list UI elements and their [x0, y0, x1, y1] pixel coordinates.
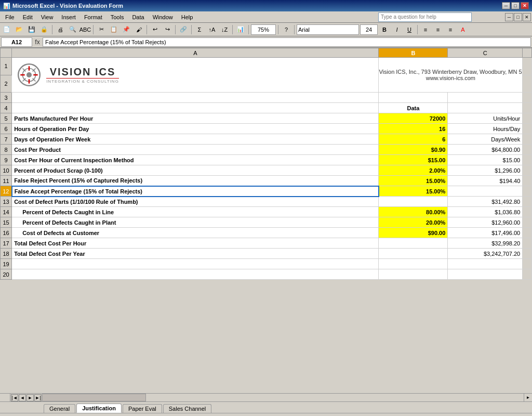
row-header-10[interactable]: 10 [1, 165, 12, 176]
hscroll-thumb[interactable] [42, 394, 146, 401]
copy-button[interactable]: 📋 [108, 24, 119, 35]
r3-b[interactable] [379, 93, 448, 103]
print-button[interactable]: 🖨 [55, 24, 66, 35]
r20-a[interactable] [12, 269, 379, 280]
col-header-a[interactable]: A [12, 48, 379, 58]
r20-c[interactable] [448, 269, 523, 280]
r4-b[interactable]: Data [379, 103, 448, 113]
open-button[interactable]: 📂 [14, 24, 25, 35]
menu-insert[interactable]: Insert [57, 13, 80, 21]
r6-b[interactable]: 16 [379, 124, 448, 134]
menu-window[interactable]: Window [149, 13, 177, 21]
r7-c[interactable]: Days/Week [448, 134, 523, 145]
italic-button[interactable]: I [391, 24, 403, 35]
row-header-12[interactable]: 12 [1, 186, 12, 197]
chart-button[interactable]: 📊 [235, 24, 246, 35]
r15-a[interactable]: Percent of Defects Caught in Plant [12, 217, 379, 228]
r14-b[interactable]: 80.00% [379, 207, 448, 217]
tab-prev-btn[interactable]: ◄ [19, 394, 26, 401]
sheet-tab-paper-eval[interactable]: Paper Eval [123, 404, 162, 413]
r8-a[interactable]: Cost Per Product [12, 145, 379, 155]
menu-data[interactable]: Data [128, 13, 148, 21]
r9-a[interactable]: Cost Per Hour of Current Inspection Meth… [12, 155, 379, 165]
r7-a[interactable]: Days of Operation Per Week [12, 134, 379, 145]
row-header-6[interactable]: 6 [1, 124, 12, 134]
font-color-button[interactable]: A [457, 24, 469, 35]
r13-b[interactable] [379, 197, 448, 207]
autosum-button[interactable]: Σ [194, 24, 205, 35]
hscroll-track[interactable] [42, 394, 524, 401]
r12-c[interactable] [448, 186, 523, 197]
r8-b[interactable]: $0.90 [379, 145, 448, 155]
r13-c[interactable]: $31,492.80 [448, 197, 523, 207]
bold-button[interactable]: B [379, 24, 390, 35]
preview-button[interactable]: 🔍 [67, 24, 78, 35]
formula-input[interactable] [43, 37, 531, 47]
row-header-4[interactable]: 4 [1, 103, 12, 113]
cut-button[interactable]: ✂ [96, 24, 107, 35]
r5-c[interactable]: Units/Hour [448, 113, 523, 124]
r19-c[interactable] [448, 259, 523, 269]
row-header-9[interactable]: 9 [1, 155, 12, 165]
r9-b[interactable]: $15.00 [379, 155, 448, 165]
restore-button[interactable]: □ [511, 2, 520, 9]
r18-a[interactable]: Total Defect Cost Per Year [12, 249, 379, 259]
font-size-input[interactable] [360, 24, 378, 35]
r17-c[interactable]: $32,998.20 [448, 238, 523, 249]
row-header-16[interactable]: 16 [1, 228, 12, 238]
r10-c[interactable]: $1,296.00 [448, 165, 523, 176]
row-header-15[interactable]: 15 [1, 217, 12, 228]
row-header-20[interactable]: 20 [1, 269, 12, 280]
menu-tools[interactable]: Tools [107, 13, 128, 21]
tab-last-btn[interactable]: ►| [34, 394, 42, 401]
r16-a[interactable]: Cost of Defects at Customer [12, 228, 379, 238]
tab-next-btn[interactable]: ► [26, 394, 34, 401]
r10-a[interactable]: Percent of Product Scrap (0-100) [12, 165, 379, 176]
menu-format[interactable]: Format [80, 13, 107, 21]
new-button[interactable]: 📄 [1, 24, 12, 35]
font-name-input[interactable] [297, 24, 359, 35]
row-header-11[interactable]: 11 [1, 176, 12, 186]
menu-edit[interactable]: Edit [19, 13, 37, 21]
r8-c[interactable]: $64,800.00 [448, 145, 523, 155]
redo-button[interactable]: ↪ [162, 24, 173, 35]
row-header-2[interactable]: 2 [1, 75, 12, 93]
r5-a[interactable]: Parts Manufactured Per Hour [12, 113, 379, 124]
r14-a[interactable]: Percent of Defects Caught in Line [12, 207, 379, 217]
r17-b[interactable] [379, 238, 448, 249]
row-header-17[interactable]: 17 [1, 238, 12, 249]
undo-button[interactable]: ↩ [149, 24, 161, 35]
help-question-input[interactable] [378, 12, 472, 22]
r15-c[interactable]: $12,960.00 [448, 217, 523, 228]
permission-button[interactable]: 🔒 [38, 24, 50, 35]
zoom-input[interactable] [251, 24, 276, 35]
format-painter-button[interactable]: 🖌 [133, 24, 144, 35]
sort-asc-button[interactable]: ↑A [206, 24, 218, 35]
r3-c[interactable] [448, 93, 523, 103]
menu-file[interactable]: File [1, 13, 19, 21]
row-header-19[interactable]: 19 [1, 259, 12, 269]
menu-help[interactable]: Help [177, 13, 197, 21]
r12-b[interactable]: 15.00% [379, 186, 448, 197]
close-button[interactable]: ✕ [521, 2, 529, 9]
row-header-8[interactable]: 8 [1, 145, 12, 155]
row-header-14[interactable]: 14 [1, 207, 12, 217]
r13-a[interactable]: Cost of Defect Parts (1/10/100 Rule of T… [12, 197, 379, 207]
hyperlink-button[interactable]: 🔗 [178, 24, 189, 35]
r20-b[interactable] [379, 269, 448, 280]
help-button[interactable]: ? [281, 24, 292, 35]
r16-c[interactable]: $17,496.00 [448, 228, 523, 238]
r6-a[interactable]: Hours of Operation Per Day [12, 124, 379, 134]
r4-c[interactable] [448, 103, 523, 113]
r19-a[interactable] [12, 259, 379, 269]
cell-reference-box[interactable] [1, 37, 32, 47]
row-header-1[interactable]: 1 [1, 58, 12, 75]
r5-b[interactable]: 72000 [379, 113, 448, 124]
row-header-13[interactable]: 13 [1, 197, 12, 207]
save-button[interactable]: 💾 [26, 24, 37, 35]
r16-b[interactable]: $90.00 [379, 228, 448, 238]
sheet-tab-sales-channel[interactable]: Sales Channel [163, 404, 212, 413]
r18-c[interactable]: $3,242,707.20 [448, 249, 523, 259]
sheet-tab-justification[interactable]: Justification [76, 404, 122, 413]
minimize-button[interactable]: ─ [502, 2, 510, 9]
